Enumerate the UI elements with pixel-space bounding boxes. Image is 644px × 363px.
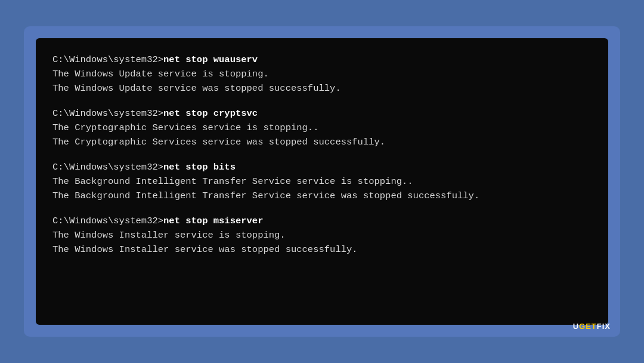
output-3-1: The Background Intelligent Transfer Serv… <box>52 174 592 189</box>
terminal-block-4: C:\Windows\system32>net stop msiserver T… <box>52 214 592 257</box>
output-3-2: The Background Intelligent Transfer Serv… <box>52 189 592 203</box>
watermark-fix: FIX <box>597 322 611 331</box>
command-1: net stop wuauserv <box>163 54 258 65</box>
prompt-4: C:\Windows\system32> <box>52 216 163 226</box>
watermark-get: GET <box>579 322 597 331</box>
command-4: net stop msiserver <box>163 216 263 226</box>
prompt-1: C:\Windows\system32> <box>52 54 163 65</box>
prompt-3: C:\Windows\system32> <box>52 162 163 173</box>
output-4-1: The Windows Installer service is stoppin… <box>52 228 592 242</box>
cmd-line-4: C:\Windows\system32>net stop msiserver <box>52 214 592 228</box>
outer-wrapper: C:\Windows\system32>net stop wuauserv Th… <box>24 26 620 337</box>
terminal-block-1: C:\Windows\system32>net stop wuauserv Th… <box>52 53 592 96</box>
terminal-block-3: C:\Windows\system32>net stop bits The Ba… <box>52 160 592 203</box>
output-2-1: The Cryptographic Services service is st… <box>52 121 592 135</box>
terminal-block-2: C:\Windows\system32>net stop cryptsvc Th… <box>52 106 592 149</box>
cmd-line-3: C:\Windows\system32>net stop bits <box>52 160 592 174</box>
output-1-1: The Windows Update service is stopping. <box>52 67 592 81</box>
command-3: net stop bits <box>163 162 236 173</box>
watermark: UGETFIX <box>573 322 611 331</box>
output-2-2: The Cryptographic Services service was s… <box>52 135 592 149</box>
output-4-2: The Windows Installer service was stoppe… <box>52 242 592 257</box>
terminal-window: C:\Windows\system32>net stop wuauserv Th… <box>36 38 608 325</box>
output-1-2: The Windows Update service was stopped s… <box>52 81 592 96</box>
watermark-u: U <box>573 322 579 331</box>
prompt-2: C:\Windows\system32> <box>52 108 163 119</box>
cmd-line-2: C:\Windows\system32>net stop cryptsvc <box>52 106 592 121</box>
command-2: net stop cryptsvc <box>163 108 258 119</box>
cmd-line-1: C:\Windows\system32>net stop wuauserv <box>52 53 592 67</box>
